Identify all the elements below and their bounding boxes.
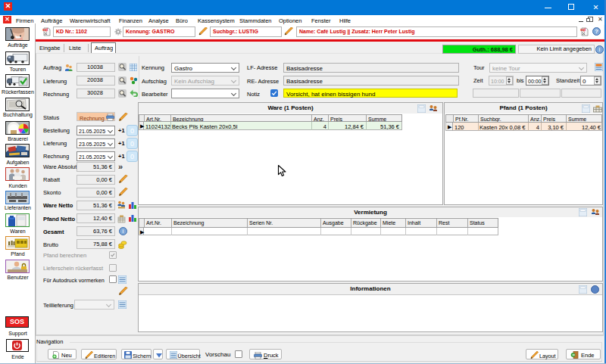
svg-text:sql: sql — [580, 27, 586, 32]
svg-text:sql: sql — [42, 27, 48, 32]
